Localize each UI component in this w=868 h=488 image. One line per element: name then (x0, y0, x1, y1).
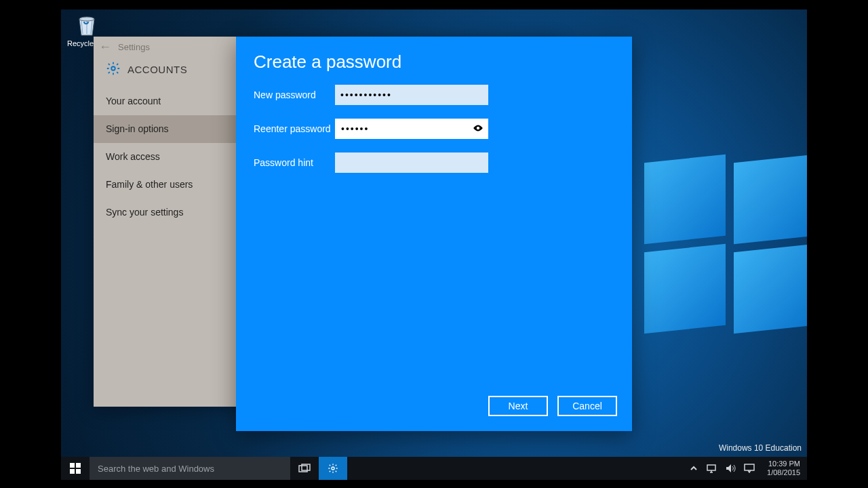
svg-rect-4 (70, 469, 75, 474)
svg-rect-3 (76, 463, 81, 468)
next-button[interactable]: Next (488, 396, 548, 416)
task-view-button[interactable] (290, 457, 319, 480)
settings-title: Settings (118, 42, 150, 52)
gear-icon (328, 463, 338, 474)
accounts-heading: ACCOUNTS (127, 64, 187, 75)
action-center-icon[interactable] (744, 464, 755, 473)
taskbar-search[interactable]: Search the web and Windows (90, 457, 290, 480)
back-icon[interactable]: ← (99, 40, 118, 54)
windows-logo-wallpaper (644, 159, 807, 335)
dialog-title: Create a password (236, 37, 632, 85)
edition-watermark: Windows 10 Education (719, 443, 802, 453)
svg-rect-9 (707, 465, 715, 470)
svg-rect-5 (76, 469, 81, 474)
svg-point-8 (332, 467, 334, 470)
svg-rect-2 (70, 463, 75, 468)
system-tray: 10:39 PM 1/08/2015 (683, 457, 807, 480)
task-view-icon (298, 464, 311, 473)
taskbar-app-settings[interactable] (319, 457, 347, 480)
reenter-password-input[interactable] (335, 119, 488, 139)
desktop: Windows 10 Education Recycle Bin ← Setti… (61, 9, 807, 457)
cancel-button[interactable]: Cancel (557, 396, 617, 416)
network-icon[interactable] (706, 464, 717, 473)
svg-rect-10 (745, 464, 754, 470)
reenter-password-label: Reenter password (254, 123, 335, 134)
gear-icon (106, 61, 121, 78)
taskbar-clock[interactable]: 10:39 PM 1/08/2015 (763, 460, 800, 477)
clock-time: 10:39 PM (767, 460, 800, 468)
start-button[interactable] (61, 457, 90, 480)
search-placeholder: Search the web and Windows (98, 464, 214, 474)
windows-icon (70, 463, 81, 474)
new-password-input[interactable] (335, 85, 488, 105)
volume-icon[interactable] (725, 464, 736, 473)
svg-point-1 (111, 66, 115, 70)
recycle-bin-icon (75, 14, 99, 38)
password-hint-input[interactable] (335, 152, 488, 173)
svg-point-0 (79, 17, 94, 21)
reveal-password-icon[interactable] (472, 122, 484, 137)
clock-date: 1/08/2015 (767, 468, 800, 477)
new-password-label: New password (254, 89, 335, 100)
create-password-dialog: Create a password New password Reenter p… (236, 37, 632, 431)
tray-overflow-icon[interactable] (690, 464, 698, 472)
taskbar: Search the web and Windows 10:39 PM 1/08… (61, 457, 807, 480)
password-hint-label: Password hint (254, 157, 335, 168)
